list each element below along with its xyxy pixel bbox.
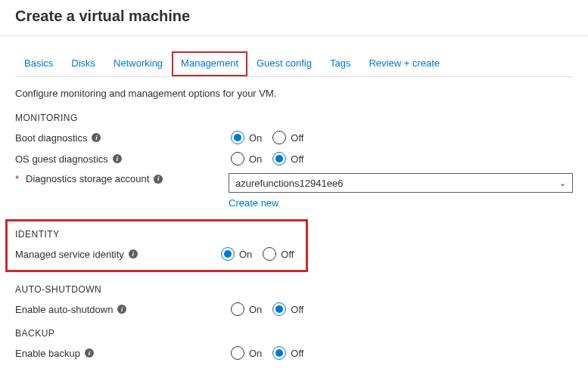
backup-on[interactable]: On xyxy=(231,346,262,360)
tab-review-create[interactable]: Review + create xyxy=(359,51,449,76)
auto-shutdown-on[interactable]: On xyxy=(231,302,262,316)
radio-label-off: Off xyxy=(291,348,303,359)
label-diagnostics-storage: Diagnostics storage account xyxy=(26,173,149,184)
radio-icon xyxy=(231,346,244,360)
label-managed-identity: Managed service identity xyxy=(15,249,124,260)
radio-icon xyxy=(272,152,286,166)
chevron-down-icon: ⌄ xyxy=(559,178,566,188)
auto-shutdown-off[interactable]: Off xyxy=(272,302,303,316)
tab-networking[interactable]: Networking xyxy=(104,51,172,76)
row-enable-backup: Enable backup i On Off xyxy=(15,346,573,360)
info-icon[interactable]: i xyxy=(113,154,122,163)
managed-identity-off[interactable]: Off xyxy=(263,247,294,261)
info-icon[interactable]: i xyxy=(92,133,101,142)
row-diagnostics-storage: * Diagnostics storage account i azurefun… xyxy=(15,173,573,209)
radio-icon xyxy=(221,247,235,261)
section-backup: BACKUP xyxy=(15,328,573,339)
radio-label-off: Off xyxy=(281,249,294,260)
radio-icon xyxy=(272,346,286,360)
label-boot-diagnostics: Boot diagnostics xyxy=(15,132,87,144)
radio-icon xyxy=(231,131,244,144)
row-os-guest-diagnostics: OS guest diagnostics i On Off xyxy=(15,152,573,166)
info-icon[interactable]: i xyxy=(129,249,138,259)
radio-label-on: On xyxy=(249,153,262,165)
radio-label-off: Off xyxy=(291,153,303,165)
radio-icon xyxy=(231,302,244,316)
diagnostics-storage-select[interactable]: azurefunctions12941ee6 ⌄ xyxy=(229,173,573,193)
row-enable-auto-shutdown: Enable auto-shutdown i On Off xyxy=(15,302,573,316)
section-identity: IDENTITY xyxy=(15,229,298,240)
os-guest-diagnostics-off[interactable]: Off xyxy=(272,152,303,166)
radio-label-on: On xyxy=(239,249,252,260)
identity-highlight-box: IDENTITY Managed service identity i On O… xyxy=(5,219,308,272)
radio-label-on: On xyxy=(249,132,262,144)
info-icon[interactable]: i xyxy=(85,348,94,358)
tab-guest-config[interactable]: Guest config xyxy=(247,51,321,76)
radio-label-on: On xyxy=(249,304,262,315)
tab-disks[interactable]: Disks xyxy=(62,51,104,76)
os-guest-diagnostics-on[interactable]: On xyxy=(231,152,262,166)
radio-label-off: Off xyxy=(291,304,303,315)
label-enable-auto-shutdown: Enable auto-shutdown xyxy=(15,304,113,315)
label-enable-backup: Enable backup xyxy=(15,348,80,359)
tab-tags[interactable]: Tags xyxy=(321,51,359,76)
radio-label-off: Off xyxy=(291,132,303,144)
radio-icon xyxy=(263,247,276,261)
create-new-link[interactable]: Create new xyxy=(229,197,278,209)
info-icon[interactable]: i xyxy=(117,305,126,314)
tab-description: Configure monitoring and management opti… xyxy=(15,88,573,99)
managed-identity-on[interactable]: On xyxy=(221,247,252,261)
backup-off[interactable]: Off xyxy=(272,346,303,360)
section-auto-shutdown: AUTO-SHUTDOWN xyxy=(15,284,573,295)
info-icon[interactable]: i xyxy=(154,175,163,184)
row-boot-diagnostics: Boot diagnostics i On Off xyxy=(15,131,573,144)
row-managed-identity: Managed service identity i On Off xyxy=(15,247,298,261)
radio-icon xyxy=(231,152,244,166)
radio-icon xyxy=(272,131,286,144)
required-indicator: * xyxy=(15,173,19,184)
section-monitoring: MONITORING xyxy=(15,113,573,123)
label-os-guest-diagnostics: OS guest diagnostics xyxy=(15,153,108,165)
boot-diagnostics-on[interactable]: On xyxy=(231,131,262,144)
tab-basics[interactable]: Basics xyxy=(15,51,62,76)
page-title: Create a virtual machine xyxy=(0,0,588,36)
radio-label-on: On xyxy=(249,348,262,359)
tab-management[interactable]: Management xyxy=(172,51,247,76)
tabs: Basics Disks Networking Management Guest… xyxy=(15,51,573,77)
radio-icon xyxy=(272,302,286,316)
select-value: azurefunctions12941ee6 xyxy=(235,178,343,189)
boot-diagnostics-off[interactable]: Off xyxy=(272,131,303,144)
